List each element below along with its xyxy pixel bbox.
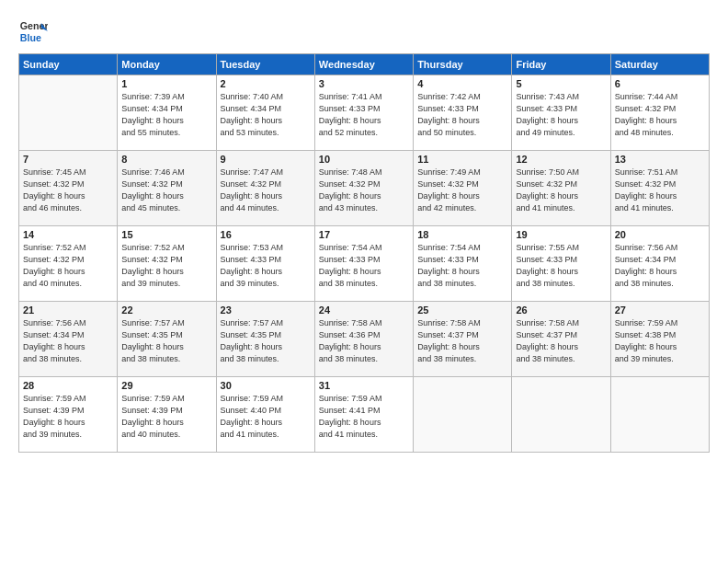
day-info: Sunrise: 7:50 AM Sunset: 4:32 PM Dayligh… [516, 167, 606, 214]
day-number: 14 [23, 229, 113, 240]
day-info: Sunrise: 7:47 AM Sunset: 4:32 PM Dayligh… [221, 167, 311, 214]
day-number: 4 [417, 78, 507, 89]
calendar-cell: 9Sunrise: 7:47 AM Sunset: 4:32 PM Daylig… [216, 151, 314, 226]
day-info: Sunrise: 7:52 AM Sunset: 4:32 PM Dayligh… [23, 242, 113, 290]
day-number: 13 [615, 154, 705, 165]
day-info: Sunrise: 7:58 AM Sunset: 4:37 PM Dayligh… [516, 317, 606, 365]
calendar-cell: 29Sunrise: 7:59 AM Sunset: 4:39 PM Dayli… [118, 377, 216, 453]
day-of-week-tuesday: Tuesday [216, 54, 314, 75]
calendar-cell: 24Sunrise: 7:58 AM Sunset: 4:36 PM Dayli… [314, 302, 413, 377]
calendar-cell [414, 377, 512, 453]
day-number: 19 [516, 229, 606, 240]
calendar-cell: 27Sunrise: 7:59 AM Sunset: 4:38 PM Dayli… [610, 302, 709, 377]
day-info: Sunrise: 7:59 AM Sunset: 4:39 PM Dayligh… [23, 393, 113, 441]
calendar-cell: 16Sunrise: 7:53 AM Sunset: 4:33 PM Dayli… [216, 226, 314, 302]
day-info: Sunrise: 7:41 AM Sunset: 4:33 PM Dayligh… [319, 91, 409, 139]
calendar-cell: 11Sunrise: 7:49 AM Sunset: 4:32 PM Dayli… [414, 151, 512, 226]
day-info: Sunrise: 7:49 AM Sunset: 4:32 PM Dayligh… [417, 167, 507, 214]
day-number: 3 [319, 78, 409, 89]
calendar-cell: 31Sunrise: 7:59 AM Sunset: 4:41 PM Dayli… [314, 377, 413, 453]
calendar-cell: 8Sunrise: 7:46 AM Sunset: 4:32 PM Daylig… [118, 151, 216, 226]
day-info: Sunrise: 7:55 AM Sunset: 4:33 PM Dayligh… [516, 242, 606, 290]
calendar-cell: 10Sunrise: 7:48 AM Sunset: 4:32 PM Dayli… [314, 151, 413, 226]
day-info: Sunrise: 7:57 AM Sunset: 4:35 PM Dayligh… [121, 317, 211, 365]
day-number: 25 [417, 304, 507, 316]
calendar-cell: 13Sunrise: 7:51 AM Sunset: 4:32 PM Dayli… [610, 151, 709, 226]
day-number: 11 [417, 154, 507, 165]
day-number: 18 [417, 229, 507, 240]
day-number: 24 [319, 304, 409, 316]
page: General Blue SundayMondayTuesdayWednesda… [0, 0, 728, 563]
calendar-cell: 18Sunrise: 7:54 AM Sunset: 4:33 PM Dayli… [414, 226, 512, 302]
calendar-cell: 12Sunrise: 7:50 AM Sunset: 4:32 PM Dayli… [512, 151, 610, 226]
day-number: 16 [221, 229, 311, 240]
svg-text:General: General [20, 20, 48, 31]
calendar-cell: 30Sunrise: 7:59 AM Sunset: 4:40 PM Dayli… [216, 377, 314, 453]
calendar-week-row: 14Sunrise: 7:52 AM Sunset: 4:32 PM Dayli… [19, 226, 710, 302]
calendar-cell: 6Sunrise: 7:44 AM Sunset: 4:32 PM Daylig… [610, 75, 709, 151]
day-of-week-friday: Friday [512, 54, 610, 75]
day-of-week-monday: Monday [118, 54, 216, 75]
day-info: Sunrise: 7:42 AM Sunset: 4:33 PM Dayligh… [417, 91, 507, 139]
calendar-cell: 14Sunrise: 7:52 AM Sunset: 4:32 PM Dayli… [19, 226, 118, 302]
day-info: Sunrise: 7:54 AM Sunset: 4:33 PM Dayligh… [319, 242, 409, 290]
day-info: Sunrise: 7:59 AM Sunset: 4:40 PM Dayligh… [221, 393, 311, 441]
day-info: Sunrise: 7:39 AM Sunset: 4:34 PM Dayligh… [121, 91, 211, 139]
calendar-table: SundayMondayTuesdayWednesdayThursdayFrid… [18, 53, 710, 453]
day-info: Sunrise: 7:56 AM Sunset: 4:34 PM Dayligh… [23, 317, 113, 365]
calendar-cell: 23Sunrise: 7:57 AM Sunset: 4:35 PM Dayli… [216, 302, 314, 377]
day-number: 26 [516, 304, 606, 316]
day-number: 9 [221, 154, 311, 165]
day-info: Sunrise: 7:45 AM Sunset: 4:32 PM Dayligh… [23, 167, 113, 214]
calendar-cell: 4Sunrise: 7:42 AM Sunset: 4:33 PM Daylig… [414, 75, 512, 151]
day-number: 17 [319, 229, 409, 240]
day-number: 6 [615, 78, 705, 89]
calendar-cell: 21Sunrise: 7:56 AM Sunset: 4:34 PM Dayli… [19, 302, 118, 377]
day-info: Sunrise: 7:51 AM Sunset: 4:32 PM Dayligh… [615, 167, 705, 214]
day-of-week-saturday: Saturday [610, 54, 709, 75]
calendar-cell: 26Sunrise: 7:58 AM Sunset: 4:37 PM Dayli… [512, 302, 610, 377]
calendar-cell: 22Sunrise: 7:57 AM Sunset: 4:35 PM Dayli… [118, 302, 216, 377]
day-info: Sunrise: 7:53 AM Sunset: 4:33 PM Dayligh… [221, 242, 311, 290]
calendar-week-row: 28Sunrise: 7:59 AM Sunset: 4:39 PM Dayli… [19, 377, 710, 453]
day-info: Sunrise: 7:52 AM Sunset: 4:32 PM Dayligh… [121, 242, 211, 290]
day-number: 27 [615, 304, 705, 316]
day-info: Sunrise: 7:58 AM Sunset: 4:37 PM Dayligh… [417, 317, 507, 365]
day-number: 30 [221, 380, 311, 391]
calendar-header-row: SundayMondayTuesdayWednesdayThursdayFrid… [19, 54, 710, 75]
calendar-cell: 17Sunrise: 7:54 AM Sunset: 4:33 PM Dayli… [314, 226, 413, 302]
day-number: 12 [516, 154, 606, 165]
day-of-week-thursday: Thursday [414, 54, 512, 75]
svg-text:Blue: Blue [20, 32, 41, 43]
day-info: Sunrise: 7:40 AM Sunset: 4:34 PM Dayligh… [221, 91, 311, 139]
day-number: 15 [121, 229, 211, 240]
calendar-cell: 1Sunrise: 7:39 AM Sunset: 4:34 PM Daylig… [118, 75, 216, 151]
calendar-cell [610, 377, 709, 453]
day-info: Sunrise: 7:48 AM Sunset: 4:32 PM Dayligh… [319, 167, 409, 214]
calendar-cell: 15Sunrise: 7:52 AM Sunset: 4:32 PM Dayli… [118, 226, 216, 302]
calendar-week-row: 21Sunrise: 7:56 AM Sunset: 4:34 PM Dayli… [19, 302, 710, 377]
logo: General Blue [18, 17, 48, 46]
day-number: 31 [319, 380, 409, 391]
day-number: 22 [121, 304, 211, 316]
day-number: 20 [615, 229, 705, 240]
day-info: Sunrise: 7:46 AM Sunset: 4:32 PM Dayligh… [121, 167, 211, 214]
calendar-cell: 19Sunrise: 7:55 AM Sunset: 4:33 PM Dayli… [512, 226, 610, 302]
logo-icon: General Blue [18, 17, 48, 46]
day-of-week-sunday: Sunday [19, 54, 118, 75]
day-number: 21 [23, 304, 113, 316]
day-number: 1 [121, 78, 211, 89]
day-number: 2 [221, 78, 311, 89]
header: General Blue [18, 17, 710, 46]
day-info: Sunrise: 7:57 AM Sunset: 4:35 PM Dayligh… [221, 317, 311, 365]
day-info: Sunrise: 7:54 AM Sunset: 4:33 PM Dayligh… [417, 242, 507, 290]
day-number: 7 [23, 154, 113, 165]
calendar-cell [512, 377, 610, 453]
calendar-cell: 5Sunrise: 7:43 AM Sunset: 4:33 PM Daylig… [512, 75, 610, 151]
day-info: Sunrise: 7:59 AM Sunset: 4:39 PM Dayligh… [121, 393, 211, 441]
day-number: 28 [23, 380, 113, 391]
day-number: 10 [319, 154, 409, 165]
calendar-cell: 20Sunrise: 7:56 AM Sunset: 4:34 PM Dayli… [610, 226, 709, 302]
day-info: Sunrise: 7:59 AM Sunset: 4:41 PM Dayligh… [319, 393, 409, 441]
day-info: Sunrise: 7:59 AM Sunset: 4:38 PM Dayligh… [615, 317, 705, 365]
